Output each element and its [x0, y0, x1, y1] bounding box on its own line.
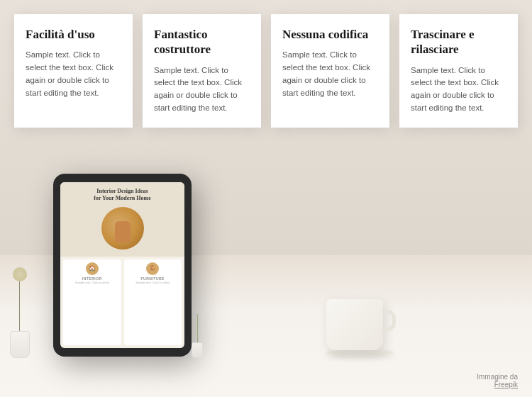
card-3[interactable]: Nessuna codifica Sample text. Click to s… — [271, 14, 389, 128]
vase-stem — [19, 281, 20, 331]
cup-handle — [382, 310, 396, 331]
cup-body — [326, 299, 383, 350]
tablet-hero-image — [101, 207, 144, 250]
attribution-label: Immagine da — [477, 373, 518, 381]
vase-left — [7, 267, 32, 358]
tablet-screen: Interior Design Ideasfor Your Modern Hom… — [60, 182, 184, 348]
tablet-mini-card-2: 🪑 FURNITURE Sample text. Click to select — [124, 259, 182, 345]
card-3-title: Nessuna codifica — [282, 27, 378, 42]
card-2[interactable]: Fantastico costruttore Sample text. Clic… — [143, 14, 261, 128]
card-4-title: Trascinare e rilasciare — [411, 27, 506, 57]
vase-flower — [13, 267, 27, 281]
vase-small-body — [192, 342, 203, 358]
cards-row: Facilità d'uso Sample text. Click to sel… — [14, 14, 518, 128]
tablet-header-title: Interior Design Ideasfor Your Modern Hom… — [66, 188, 179, 203]
tablet-bottom-cards: 🏠 INTERIOR Sample text. Click to select … — [60, 257, 184, 348]
card-2-text: Sample text. Click to select the text bo… — [154, 65, 250, 115]
card-4-text: Sample text. Click to select the text bo… — [411, 65, 506, 115]
card-1-title: Facilità d'uso — [26, 27, 121, 42]
tablet-mini-card-1: 🏠 INTERIOR Sample text. Click to select — [63, 259, 121, 345]
tablet-mini-text-1: Sample text. Click to select — [65, 281, 119, 285]
vase-body — [10, 331, 30, 358]
attribution: Immagine da Freepik — [477, 373, 518, 388]
vase-small — [192, 314, 203, 358]
card-4[interactable]: Trascinare e rilasciare Sample text. Cli… — [399, 14, 518, 128]
tablet-header: Interior Design Ideasfor Your Modern Hom… — [60, 182, 184, 257]
tablet-interior-icon: 🏠 — [86, 262, 99, 275]
card-1[interactable]: Facilità d'uso Sample text. Click to sel… — [14, 14, 133, 128]
coffee-cup — [326, 299, 394, 356]
card-2-title: Fantastico costruttore — [154, 27, 250, 57]
tablet-outer: Interior Design Ideasfor Your Modern Hom… — [53, 174, 192, 357]
tablet-furniture-icon: 🪑 — [146, 262, 159, 275]
vase-small-stem — [197, 314, 198, 342]
tablet-mini-text-2: Sample text. Click to select — [126, 281, 180, 285]
tablet-mockup: Interior Design Ideasfor Your Modern Hom… — [53, 174, 192, 358]
card-3-text: Sample text. Click to select the text bo… — [282, 49, 378, 99]
attribution-link[interactable]: Freepik — [477, 381, 518, 388]
card-1-text: Sample text. Click to select the text bo… — [26, 49, 121, 99]
